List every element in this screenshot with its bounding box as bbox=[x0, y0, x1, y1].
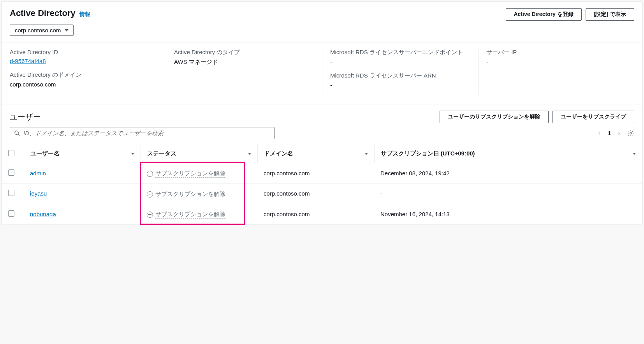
table-row: adminサブスクリプションを解除corp.contoso.comDecembe… bbox=[2, 163, 642, 183]
users-section-title: ユーザー bbox=[10, 112, 41, 122]
table-header-row: ユーザー名 ステータス ドメイン名 サブスクリプション日 (UTC+09:00) bbox=[2, 145, 642, 163]
col-header-username[interactable]: ユーザー名 bbox=[24, 145, 141, 163]
domain-cell: corp.contoso.com bbox=[257, 163, 374, 183]
col-header-status-label: ステータス bbox=[147, 150, 176, 157]
sort-caret-icon bbox=[365, 153, 368, 155]
user-link[interactable]: nobunaga bbox=[30, 211, 56, 217]
server-ip-label: サーバー IP bbox=[486, 49, 626, 56]
gear-icon[interactable] bbox=[627, 130, 634, 137]
sort-caret-icon bbox=[248, 153, 251, 155]
date-cell: November 16, 2024, 14:13 bbox=[374, 204, 642, 224]
minus-circle-icon bbox=[147, 171, 153, 177]
row-checkbox[interactable] bbox=[8, 169, 14, 176]
rds-endpoint-label: Microsoft RDS ライセンスサーバーエンドポイント bbox=[330, 49, 470, 56]
domain-cell: corp.contoso.com bbox=[257, 204, 374, 224]
col-header-date[interactable]: サブスクリプション日 (UTC+09:00) bbox=[374, 145, 642, 163]
next-page-button[interactable]: › bbox=[618, 129, 620, 137]
row-checkbox[interactable] bbox=[8, 190, 14, 196]
user-link[interactable]: ieyasu bbox=[30, 190, 47, 197]
status-text: サブスクリプションを解除 bbox=[155, 191, 225, 198]
svg-point-0 bbox=[15, 131, 18, 134]
date-cell: December 08, 2024, 19:42 bbox=[374, 163, 642, 183]
col-header-status[interactable]: ステータス bbox=[141, 145, 257, 163]
user-link[interactable]: admin bbox=[30, 170, 46, 176]
search-icon bbox=[14, 130, 20, 136]
pagination: ‹ 1 › bbox=[598, 129, 634, 137]
ad-domain-label: Active Directory のドメイン bbox=[10, 71, 158, 79]
status-text: サブスクリプションを解除 bbox=[155, 170, 225, 178]
status-cell: サブスクリプションを解除 bbox=[147, 211, 225, 219]
view-in-settings-button[interactable]: [設定] で表示 bbox=[586, 8, 634, 21]
page-number: 1 bbox=[608, 130, 611, 136]
select-all-checkbox[interactable] bbox=[8, 150, 14, 156]
domain-select-value: corp.contoso.com bbox=[15, 27, 61, 34]
rds-arn-value: - bbox=[330, 82, 470, 88]
search-input[interactable] bbox=[23, 130, 270, 136]
row-checkbox[interactable] bbox=[8, 210, 14, 217]
prev-page-button[interactable]: ‹ bbox=[598, 129, 601, 137]
sort-caret-icon bbox=[131, 153, 134, 155]
col-header-domain-label: ドメイン名 bbox=[264, 150, 293, 157]
col-header-date-label: サブスクリプション日 (UTC+09:00) bbox=[381, 150, 475, 157]
caret-down-icon bbox=[65, 29, 69, 32]
register-ad-button[interactable]: Active Directory を登録 bbox=[506, 8, 582, 21]
ad-id-link[interactable]: d-95674af4a8 bbox=[10, 58, 158, 64]
svg-line-1 bbox=[18, 134, 19, 136]
info-link[interactable]: 情報 bbox=[79, 11, 90, 18]
status-text: サブスクリプションを解除 bbox=[155, 211, 225, 219]
unsubscribe-users-button[interactable]: ユーザーのサブスクリプションを解除 bbox=[440, 111, 549, 123]
domain-select[interactable]: corp.contoso.com bbox=[10, 25, 74, 36]
domain-cell: corp.contoso.com bbox=[257, 183, 374, 204]
ad-type-label: Active Directory のタイプ bbox=[174, 49, 314, 56]
status-cell: サブスクリプションを解除 bbox=[147, 191, 225, 198]
rds-arn-label: Microsoft RDS ライセンスサーバー ARN bbox=[330, 72, 470, 79]
status-cell: サブスクリプションを解除 bbox=[147, 170, 225, 178]
ad-type-value: AWS マネージド bbox=[174, 58, 314, 66]
ad-domain-value: corp.contoso.com bbox=[10, 81, 158, 88]
svg-point-2 bbox=[630, 132, 632, 134]
col-header-domain[interactable]: ドメイン名 bbox=[257, 145, 374, 163]
subscribe-users-button[interactable]: ユーザーをサブスクライブ bbox=[553, 111, 634, 123]
rds-endpoint-value: - bbox=[330, 58, 470, 65]
col-header-username-label: ユーザー名 bbox=[30, 150, 60, 157]
sort-caret-icon bbox=[633, 153, 636, 155]
server-ip-value: - bbox=[486, 58, 626, 65]
ad-id-label: Active Directory ID bbox=[10, 49, 158, 55]
table-row: nobunagaサブスクリプションを解除corp.contoso.comNove… bbox=[2, 204, 642, 224]
date-cell: - bbox=[374, 183, 642, 204]
page-title: Active Directory bbox=[10, 8, 76, 18]
minus-circle-icon bbox=[147, 191, 153, 198]
minus-circle-icon bbox=[147, 212, 153, 218]
search-box[interactable] bbox=[10, 127, 274, 139]
table-row: ieyasuサブスクリプションを解除corp.contoso.com- bbox=[2, 183, 642, 204]
